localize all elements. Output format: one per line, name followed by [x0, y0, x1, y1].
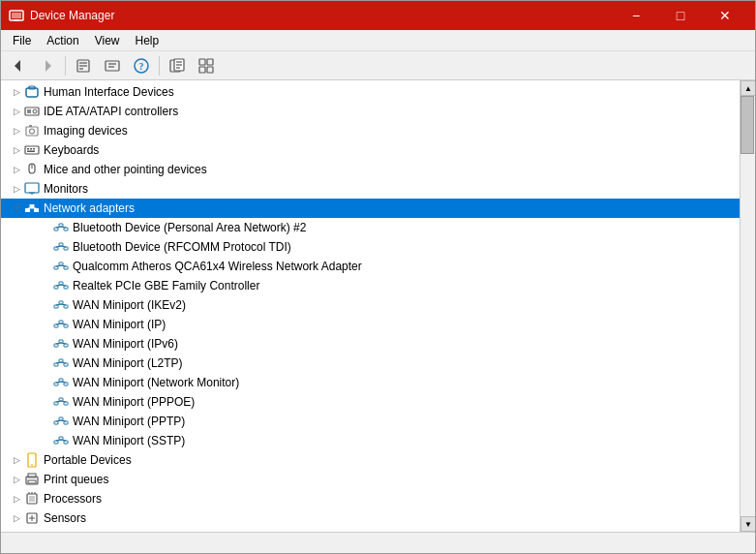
item-label: WAN Miniport (PPPOE)	[73, 395, 195, 409]
svg-rect-19	[199, 59, 205, 65]
svg-rect-92	[54, 402, 58, 405]
expand-icon[interactable]: ▷	[9, 491, 24, 507]
expand-icon[interactable]: ▷	[9, 510, 24, 526]
svg-rect-94	[64, 402, 68, 405]
expand-icon[interactable]: ▷	[9, 104, 24, 119]
list-item[interactable]: ▷ Print queues	[1, 470, 740, 489]
menu-bar: File Action View Help	[1, 30, 755, 51]
scrollbar-thumb[interactable]	[741, 96, 754, 154]
list-item[interactable]: Realtek PCIe GBE Family Controller	[1, 276, 740, 295]
svg-rect-102	[54, 441, 58, 444]
scan-changes-button[interactable]	[164, 54, 191, 77]
svg-line-81	[61, 343, 66, 344]
keyboard-icon	[24, 142, 40, 158]
svg-rect-41	[25, 208, 30, 212]
svg-rect-74	[64, 324, 68, 327]
expand-icon[interactable]: ▷	[9, 181, 24, 197]
list-item[interactable]: WAN Miniport (SSTP)	[1, 431, 740, 450]
svg-rect-20	[207, 59, 213, 65]
item-label: WAN Miniport (Network Monitor)	[73, 376, 239, 389]
print-icon	[24, 472, 40, 487]
item-label: Realtek PCIe GBE Family Controller	[73, 279, 259, 292]
svg-line-101	[61, 420, 66, 421]
svg-rect-1	[12, 13, 21, 18]
list-item[interactable]: WAN Miniport (L2TP)	[1, 354, 740, 373]
list-item[interactable]: WAN Miniport (IP)	[1, 315, 740, 334]
expand-icon[interactable]: ▷	[9, 472, 24, 487]
list-item[interactable]: ▷ Mice and other pointing devices	[1, 160, 740, 179]
close-button[interactable]: ✕	[703, 1, 747, 30]
svg-rect-28	[26, 127, 38, 136]
svg-rect-78	[59, 340, 63, 343]
list-item[interactable]: WAN Miniport (IPv6)	[1, 334, 740, 354]
list-item[interactable]: Bluetooth Device (RFCOMM Protocol TDI)	[1, 237, 740, 257]
device-manager-window: Device Manager − □ ✕ File Action View He…	[0, 0, 756, 554]
svg-rect-64	[64, 286, 68, 289]
menu-action[interactable]: Action	[39, 32, 86, 49]
list-item-portable-devices[interactable]: ▷ Portable Devices	[1, 450, 740, 470]
svg-line-71	[61, 304, 66, 305]
list-item[interactable]: Bluetooth Device (Personal Area Network)…	[1, 218, 740, 237]
svg-line-105	[56, 440, 61, 441]
svg-line-75	[56, 323, 61, 324]
item-label: Sensors	[44, 511, 86, 525]
item-label: Monitors	[44, 182, 88, 196]
list-item[interactable]: ▷ Human Interface Devices	[1, 82, 740, 102]
network-child-icon	[53, 220, 69, 235]
scrollbar[interactable]: ▲ ▼	[740, 80, 755, 532]
expand-icon[interactable]: ▷	[9, 123, 24, 138]
list-item[interactable]: WAN Miniport (Network Monitor)	[1, 373, 740, 392]
svg-line-66	[61, 285, 66, 286]
list-item-network-adapters[interactable]: ▽ Network adapters	[1, 199, 740, 218]
svg-marker-3	[15, 60, 20, 72]
svg-rect-79	[64, 344, 68, 347]
svg-rect-34	[33, 148, 35, 150]
list-item[interactable]: ▷ Sensors	[1, 508, 740, 528]
expand-icon[interactable]: ▷	[9, 162, 24, 177]
list-item[interactable]: ▷ Processors	[1, 489, 740, 508]
expand-icon[interactable]: ▷	[9, 142, 24, 158]
update-driver-button[interactable]	[99, 54, 126, 77]
list-item[interactable]: WAN Miniport (PPPOE)	[1, 392, 740, 412]
menu-file[interactable]: File	[5, 32, 39, 49]
svg-point-27	[33, 109, 37, 113]
item-label: Qualcomm Atheros QCA61x4 Wireless Networ…	[73, 260, 362, 273]
back-button[interactable]	[5, 54, 32, 77]
item-label: WAN Miniport (SSTP)	[73, 434, 185, 447]
list-item[interactable]: WAN Miniport (PPTP)	[1, 412, 740, 431]
sensor-icon	[24, 510, 40, 526]
svg-rect-59	[64, 266, 68, 269]
window-controls: − □ ✕	[614, 1, 747, 30]
menu-help[interactable]: Help	[128, 32, 167, 49]
scroll-up-button[interactable]: ▲	[741, 80, 755, 96]
svg-line-50	[56, 227, 61, 228]
view-button[interactable]	[193, 54, 220, 77]
list-item[interactable]: ▷ IDE ATA/ATAPI controllers	[1, 102, 740, 121]
list-item[interactable]: Qualcomm Atheros QCA61x4 Wireless Networ…	[1, 257, 740, 276]
menu-view[interactable]: View	[87, 32, 128, 49]
expand-icon[interactable]: ▽	[9, 200, 24, 216]
window-title: Device Manager	[30, 9, 614, 22]
portable-icon	[24, 452, 40, 468]
svg-rect-47	[54, 228, 58, 231]
list-item[interactable]: ▷ Imaging devices	[1, 121, 740, 140]
ide-icon	[24, 104, 40, 119]
list-item[interactable]: WAN Miniport (IKEv2)	[1, 295, 740, 315]
wan-icon	[53, 317, 69, 332]
expand-icon[interactable]: ▷	[9, 84, 24, 100]
maximize-button[interactable]: □	[658, 1, 703, 30]
help-button[interactable]: ?	[128, 54, 155, 77]
svg-line-51	[61, 227, 66, 228]
list-item[interactable]: ▷ Keyboards	[1, 140, 740, 160]
forward-button[interactable]	[34, 54, 61, 77]
expand-icon[interactable]: ▷	[9, 452, 24, 468]
minimize-button[interactable]: −	[614, 1, 658, 30]
svg-rect-67	[54, 305, 58, 308]
svg-rect-111	[28, 480, 36, 483]
list-item[interactable]: ▷ Monitors	[1, 179, 740, 199]
item-label: Print queues	[44, 473, 108, 486]
properties-button[interactable]	[70, 54, 97, 77]
svg-line-100	[56, 420, 61, 421]
device-tree[interactable]: ▷ Human Interface Devices ▷ IDE ATA/ATAP…	[1, 80, 740, 532]
scroll-down-button[interactable]: ▼	[741, 516, 755, 532]
